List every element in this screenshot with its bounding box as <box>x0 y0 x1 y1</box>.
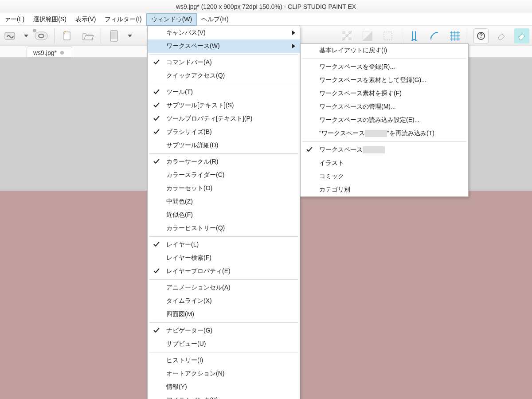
ruler-vert-icon[interactable] <box>407 28 422 43</box>
submenu-arrow-icon <box>292 31 295 35</box>
check-icon <box>153 241 160 247</box>
workspace-submenu-item-12[interactable]: カテゴリ別 <box>301 183 468 196</box>
window-menu-item-27[interactable]: ナビゲーター(G) <box>148 324 300 337</box>
mask-icon[interactable] <box>360 28 375 43</box>
window-menu-item-3[interactable]: コマンドバー(A) <box>148 56 300 69</box>
menu-item-label: ブラシサイズ(B) <box>166 128 212 136</box>
help-icon[interactable]: ? <box>473 28 489 43</box>
window-menu-item-32[interactable]: 情報(Y) <box>148 380 300 394</box>
svg-rect-8 <box>345 34 348 37</box>
workspace-submenu-item-10[interactable]: イラスト <box>301 156 468 170</box>
tab-label: ws9.jpg* <box>33 49 57 56</box>
menu-item-label: ワークスペース(W) <box>166 42 220 50</box>
menu-help[interactable]: ヘルプ(H) <box>197 14 233 25</box>
workspace-submenu-item-6[interactable]: ワークスペースの読み込み設定(E)... <box>301 113 468 127</box>
window-menu-item-7[interactable]: サブツール[テキスト](S) <box>148 99 300 112</box>
window-menu-item-23[interactable]: アニメーションセル(A) <box>148 281 300 294</box>
svg-rect-13 <box>384 32 392 40</box>
new-file-icon[interactable] <box>60 28 75 43</box>
transparency-icon[interactable] <box>340 28 355 43</box>
window-menu-item-1[interactable]: ワークスペース(W) <box>148 39 300 53</box>
workspace-submenu-item-3[interactable]: ワークスペースを素材として登録(G)... <box>301 74 468 87</box>
menu-item-label: "ワークスペース"を再読み込み(T) <box>319 129 434 137</box>
workspace-submenu-item-2[interactable]: ワークスペースを登録(R)... <box>301 60 468 74</box>
open-folder-icon[interactable] <box>80 28 95 43</box>
separator <box>468 28 468 43</box>
menu-item-label: カテゴリ別 <box>319 186 350 194</box>
window-menu-item-9[interactable]: ブラシサイズ(B) <box>148 125 300 139</box>
menu-view[interactable]: 表示(V) <box>71 14 101 25</box>
menu-separator <box>149 54 298 55</box>
workspace-submenu-item-5[interactable]: ワークスペースの管理(M)... <box>301 100 468 113</box>
menu-item-label: コミック <box>319 172 344 180</box>
eraser2-icon[interactable] <box>514 28 529 43</box>
grid-icon[interactable] <box>447 28 462 43</box>
window-menu-item-31[interactable]: オートアクション(N) <box>148 367 300 380</box>
menu-item-label: レイヤー(L) <box>166 241 199 249</box>
check-icon <box>153 327 160 333</box>
menu-item-label: コマンドバー(A) <box>166 59 212 66</box>
workspace-submenu-item-0[interactable]: 基本レイアウトに戻す(I) <box>301 44 468 57</box>
window-menu-item-25[interactable]: 四面図(M) <box>148 308 300 321</box>
window-menu-item-15[interactable]: 中間色(Z) <box>148 195 300 208</box>
menu-item-label: 情報(Y) <box>166 383 187 391</box>
dropdown-icon[interactable] <box>24 35 28 37</box>
menu-item-label: オートアクション(N) <box>166 370 224 378</box>
window-menu-item-12[interactable]: カラーサークル(R) <box>148 155 300 168</box>
window-menu-item-8[interactable]: ツールプロパティ[テキスト](P) <box>148 112 300 125</box>
menu-separator <box>149 279 298 280</box>
menu-separator <box>149 153 298 154</box>
menu-item-label: サブツール詳細(D) <box>166 141 218 149</box>
menu-window[interactable]: ウィンドウ(W) <box>146 13 197 26</box>
window-menu-item-16[interactable]: 近似色(F) <box>148 208 300 222</box>
window-menu-item-21[interactable]: レイヤープロパティ(E) <box>148 265 300 278</box>
menu-layer[interactable]: ァー(L) <box>0 14 29 25</box>
redacted-text <box>365 130 387 137</box>
dropdown-icon[interactable] <box>128 35 132 37</box>
window-menu-item-30[interactable]: ヒストリー(I) <box>148 354 300 367</box>
eraser1-icon[interactable] <box>494 28 509 43</box>
window-menu-item-33[interactable]: アイテムバンク(B) <box>148 394 300 399</box>
window-menu-item-13[interactable]: カラースライダー(C) <box>148 168 300 182</box>
window-menu-item-20[interactable]: レイヤー検索(F) <box>148 251 300 265</box>
tablet-icon[interactable] <box>106 28 121 43</box>
check-icon <box>153 129 160 135</box>
workspace-submenu-item-11[interactable]: コミック <box>301 170 468 183</box>
document-tab[interactable]: ws9.jpg* <box>27 47 72 57</box>
menu-item-label: ワークスペース素材を探す(F) <box>319 90 402 98</box>
window-title: ws9.jpg* (532 x 399px 72dpi 150.0%) - C… <box>176 3 356 10</box>
menu-item-label: レイヤープロパティ(E) <box>166 267 231 275</box>
menu-item-label: ワークスペースを登録(R)... <box>319 63 395 71</box>
selection-border-icon[interactable] <box>380 28 395 43</box>
check-icon <box>153 158 160 164</box>
window-menu-item-19[interactable]: レイヤー(L) <box>148 238 300 251</box>
window-menu-item-28[interactable]: サブビュー(U) <box>148 337 300 351</box>
window-menu-item-10[interactable]: サブツール詳細(D) <box>148 139 300 152</box>
clip-icon[interactable] <box>3 28 18 43</box>
workspace-submenu-item-7[interactable]: "ワークスペース"を再読み込み(T) <box>301 127 468 140</box>
menu-selection[interactable]: 選択範囲(S) <box>29 14 71 25</box>
window-menu-item-14[interactable]: カラーセット(O) <box>148 182 300 195</box>
menu-item-label: 基本レイアウトに戻す(I) <box>319 47 387 55</box>
window-menu-item-17[interactable]: カラーヒストリー(Q) <box>148 222 300 235</box>
window-menu-item-0[interactable]: キャンバス(V) <box>148 26 300 39</box>
separator <box>54 28 55 43</box>
menu-item-label: アイテムバンク(B) <box>166 396 218 399</box>
svg-rect-7 <box>348 31 352 34</box>
workspace-submenu-item-4[interactable]: ワークスペース素材を探す(F) <box>301 87 468 100</box>
window-menu-item-24[interactable]: タイムライン(X) <box>148 294 300 308</box>
menu-separator <box>302 141 466 142</box>
modified-dot-icon <box>60 51 64 55</box>
svg-rect-4 <box>111 31 117 39</box>
svg-rect-2 <box>64 32 70 40</box>
separator <box>401 28 401 43</box>
menu-separator <box>302 59 466 59</box>
window-menu-item-4[interactable]: クイックアクセス(Q) <box>148 69 300 82</box>
window-menu-item-6[interactable]: ツール(T) <box>148 86 300 99</box>
tab-indicator-dot <box>33 29 36 32</box>
workspace-submenu-item-9[interactable]: ワークスペース <box>301 143 468 156</box>
menu-filter[interactable]: フィルター(I) <box>100 14 146 25</box>
submenu-arrow-icon <box>292 44 295 48</box>
ruler-curve-icon[interactable] <box>427 28 442 43</box>
menu-item-label: ツールプロパティ[テキスト](P) <box>166 115 252 123</box>
